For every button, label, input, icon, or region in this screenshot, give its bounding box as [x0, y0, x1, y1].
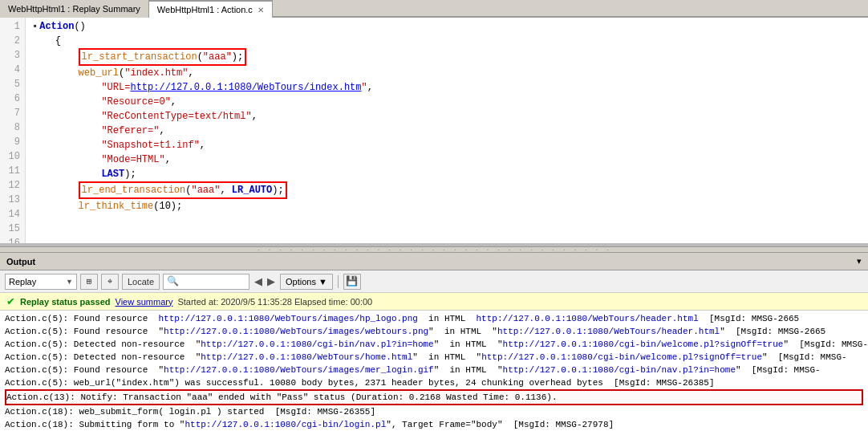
search-box[interactable]: 🔍	[163, 274, 249, 290]
options-btn[interactable]: Options ▼	[280, 274, 333, 290]
close-tab-icon[interactable]: ✕	[258, 6, 264, 14]
log-line-3: Action.c(5): Detected non-resource "http…	[5, 338, 863, 351]
code-line-12: LAST);	[32, 167, 862, 181]
output-toolbar: Replay ▼ ⊞ ⌖ Locate 🔍 ◀ ▶ Options ▼	[0, 270, 868, 293]
status-detail-text: Started at: 2020/9/5 11:35:28 Elapsed ti…	[177, 297, 372, 307]
code-line-3: lr_start_transaction("aaa");	[32, 48, 862, 66]
log-line-6: Action.c(5): web_url("index.htm") was su…	[5, 376, 863, 389]
code-line-11: "Mode=HTML",	[32, 152, 862, 167]
view-summary-link[interactable]: View summary	[116, 297, 173, 307]
locate-icon: ⌖	[107, 277, 112, 287]
options-arrow-icon: ▼	[318, 277, 327, 287]
code-line-1: ▪Action()	[32, 19, 862, 34]
search-icon: 🔍	[167, 275, 179, 287]
log-line-2: Action.c(5): Found resource "http://127.…	[5, 325, 863, 338]
output-title: Output	[6, 257, 35, 266]
code-line-5: web_url("index.htm",	[32, 66, 862, 80]
grid-view-btn[interactable]: ⊞	[80, 274, 98, 290]
log-line-4: Action.c(5): Detected non-resource "http…	[5, 351, 863, 364]
log-line-7: Action.c(13): Notify: Transaction "aaa" …	[5, 389, 863, 405]
nav-prev-btn[interactable]: ◀	[253, 275, 264, 287]
replay-dropdown-value: Replay	[9, 277, 36, 287]
tab-replay-summary-label: WebHttpHtml1 : Replay Summary	[8, 4, 140, 14]
locate-label: Locate	[128, 277, 154, 287]
search-input[interactable]	[181, 277, 245, 287]
status-bar: ✔ Replay status passed View summary Star…	[0, 293, 868, 311]
locate-btn[interactable]: Locate	[122, 274, 160, 290]
code-line-9: "Referer=",	[32, 124, 862, 138]
log-area[interactable]: Action.c(5): Found resource http://127.0…	[0, 311, 868, 431]
nav-next-btn[interactable]: ▶	[266, 275, 277, 287]
save-btn[interactable]: 💾	[343, 274, 361, 290]
output-panel: Output ▾ Replay ▼ ⊞ ⌖ Locate 🔍 ◀ ▶	[0, 253, 868, 431]
line-numbers: 1 2 3 4 5 6 7 8 9 10 11 12 13 14 15 16	[0, 18, 26, 243]
nav-buttons: ◀ ▶	[253, 275, 277, 287]
status-pass-icon: ✔	[6, 295, 15, 307]
code-line-8: "RecContentType=text/html",	[32, 109, 862, 124]
replay-dropdown-arrow: ▼	[66, 278, 73, 286]
code-editor[interactable]: ▪Action() { lr_start_transaction("aaa");…	[26, 18, 868, 243]
code-line-2: {	[32, 34, 862, 48]
grid-icon: ⊞	[87, 276, 92, 287]
log-line-5: Action.c(5): Found resource "http://127.…	[5, 364, 863, 376]
code-container: 1 2 3 4 5 6 7 8 9 10 11 12 13 14 15 16 ▪…	[0, 18, 868, 243]
divider-handle[interactable]: · · · · · · · · · · · · · · · · · · · · …	[0, 246, 868, 253]
locate-btn-icon[interactable]: ⌖	[101, 274, 119, 290]
log-line-8: Action.c(18): web_submit_form( login.pl …	[5, 405, 863, 418]
tab-action-c-label: WebHttpHtml1 : Action.c	[157, 5, 253, 14]
status-passed-text: Replay status passed	[20, 297, 111, 307]
code-line-6: "URL=http://127.0.0.1:1080/WebTours/inde…	[32, 80, 862, 95]
save-icon: 💾	[346, 275, 358, 287]
editor-area: 1 2 3 4 5 6 7 8 9 10 11 12 13 14 15 16 ▪…	[0, 18, 868, 246]
code-line-10: "Snapshot=t1.inf",	[32, 138, 862, 152]
log-line-1: Action.c(5): Found resource http://127.0…	[5, 312, 863, 325]
code-line-13: lr_end_transaction("aaa", LR_AUTO);	[32, 181, 862, 199]
log-line-9: Action.c(18): Submitting form to "http:/…	[5, 418, 863, 431]
replay-dropdown[interactable]: Replay ▼	[5, 274, 77, 290]
toolbar-separator	[338, 275, 339, 288]
code-line-16: lr_think_time(10);	[32, 199, 862, 213]
tab-replay-summary[interactable]: WebHttpHtml1 : Replay Summary	[0, 0, 149, 18]
tab-action-c[interactable]: WebHttpHtml1 : Action.c ✕	[149, 0, 273, 18]
output-collapse-btn[interactable]: ▾	[857, 256, 862, 266]
tab-bar: WebHttpHtml1 : Replay Summary WebHttpHtm…	[0, 0, 868, 18]
code-line-7: "Resource=0",	[32, 95, 862, 109]
options-label: Options	[286, 277, 316, 287]
output-header: Output ▾	[0, 253, 868, 270]
